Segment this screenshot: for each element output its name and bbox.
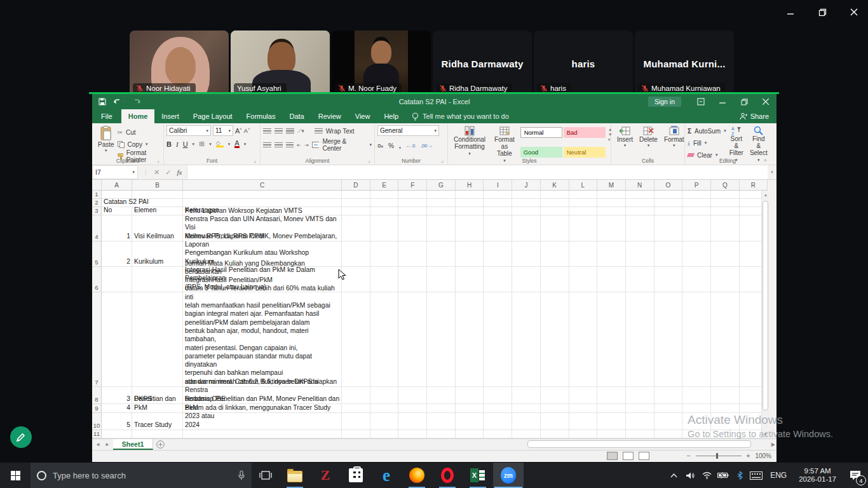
column-header-Q[interactable]: Q bbox=[711, 180, 740, 191]
fill-button[interactable]: ⤓Fill▾ bbox=[688, 137, 726, 149]
maximize-icon[interactable] bbox=[813, 4, 831, 20]
empty-cells-region-row-1[interactable] bbox=[342, 191, 769, 199]
participant-tile-ridha-darmawaty[interactable]: Ridha DarmawatyRidha Darmawaty bbox=[433, 30, 532, 97]
cell-A11[interactable] bbox=[102, 430, 132, 438]
cell-B6[interactable] bbox=[132, 267, 183, 292]
column-header-G[interactable]: G bbox=[427, 180, 456, 191]
taskbar-clock[interactable]: 9:57 AM 2026-01-17 bbox=[792, 467, 843, 484]
bluetooth-icon[interactable] bbox=[731, 463, 748, 488]
cell-style-bad[interactable]: Bad bbox=[564, 127, 606, 138]
font-family-select[interactable]: Calibri▾ bbox=[166, 125, 211, 136]
taskbar-app-zoom[interactable]: zm bbox=[493, 463, 524, 488]
sheet-row-11[interactable]: 11 bbox=[92, 430, 769, 438]
taskbar-search[interactable]: Type here to search bbox=[31, 463, 252, 488]
format-cells-button[interactable]: Format▾ bbox=[661, 125, 688, 149]
confirm-entry-icon[interactable]: ✓ bbox=[165, 168, 171, 177]
column-header-A[interactable]: A bbox=[102, 180, 132, 191]
align-right-icon[interactable] bbox=[286, 142, 294, 148]
zoom-in-icon[interactable]: + bbox=[747, 452, 750, 459]
cell-A7[interactable] bbox=[102, 292, 132, 387]
scroll-down-icon[interactable]: ▼ bbox=[762, 430, 770, 438]
cell-B4[interactable]: Visi Keilmuan bbox=[132, 215, 183, 241]
tab-data[interactable]: Data bbox=[282, 109, 311, 123]
empty-cells-region-row-8[interactable] bbox=[342, 387, 769, 404]
formula-bar-input[interactable] bbox=[187, 165, 768, 179]
row-header-7[interactable]: 7 bbox=[92, 292, 102, 387]
task-view-button[interactable] bbox=[252, 463, 280, 488]
cell-A6[interactable] bbox=[102, 267, 132, 292]
font-dialog-launcher-icon[interactable]: ⌟ bbox=[254, 158, 259, 163]
empty-cells-region-row-3[interactable] bbox=[342, 207, 769, 215]
expand-formula-bar-icon[interactable]: ▾ bbox=[768, 165, 776, 179]
decrease-font-icon[interactable]: A˅ bbox=[244, 127, 250, 134]
sheet-grid[interactable]: ABCDEFGHIJKLMNOPQR 12Catatan S2 PAI3NoEl… bbox=[92, 180, 769, 438]
ribbon-display-options-icon[interactable] bbox=[690, 94, 712, 109]
page-break-view-icon[interactable] bbox=[639, 452, 649, 460]
sign-in-button[interactable]: Sign in bbox=[648, 97, 681, 107]
increase-font-icon[interactable]: A˄ bbox=[235, 127, 242, 135]
cell-A10[interactable]: 5 bbox=[102, 413, 132, 430]
column-header-F[interactable]: F bbox=[398, 180, 427, 191]
cell-A9[interactable]: 4 bbox=[102, 404, 132, 413]
touch-keyboard-icon[interactable] bbox=[748, 463, 764, 488]
row-header-8[interactable]: 8 bbox=[92, 387, 102, 404]
borders-icon[interactable]: ⊞ bbox=[199, 140, 205, 148]
select-all-corner[interactable] bbox=[92, 180, 102, 191]
clipboard-dialog-launcher-icon[interactable]: ⌟ bbox=[157, 158, 162, 163]
column-header-C[interactable]: C bbox=[183, 180, 342, 191]
delete-cells-button[interactable]: Delete▾ bbox=[636, 125, 661, 149]
column-header-B[interactable]: B bbox=[132, 180, 183, 191]
number-format-select[interactable]: General▾ bbox=[377, 125, 439, 136]
copy-button[interactable]: Copy▾ bbox=[118, 139, 161, 150]
empty-cells-region-row-4[interactable] bbox=[342, 215, 769, 241]
cell-B9[interactable]: Penelitian dan PkM bbox=[132, 404, 183, 413]
increase-decimal-icon[interactable]: ←.0 bbox=[406, 143, 416, 149]
share-button[interactable]: Share bbox=[740, 112, 769, 120]
microphone-icon[interactable] bbox=[238, 470, 245, 480]
wrap-text-button[interactable]: Wrap Text bbox=[315, 125, 355, 137]
close-icon[interactable] bbox=[845, 4, 863, 20]
bold-button[interactable]: B bbox=[166, 140, 172, 148]
sheet-row-1[interactable]: 1 bbox=[92, 191, 769, 199]
percent-icon[interactable]: % bbox=[388, 142, 394, 149]
taskbar-app-excel[interactable]: X bbox=[463, 463, 493, 488]
wifi-icon[interactable] bbox=[698, 463, 715, 488]
tab-home[interactable]: Home bbox=[121, 109, 155, 123]
cell-B3[interactable]: Elemen bbox=[132, 207, 183, 215]
save-icon[interactable] bbox=[98, 98, 106, 105]
row-header-4[interactable]: 4 bbox=[92, 215, 102, 241]
alignment-dialog-launcher-icon[interactable]: ⌟ bbox=[368, 158, 373, 163]
merge-center-button[interactable]: Merge & Center▾ bbox=[312, 139, 372, 151]
number-dialog-launcher-icon[interactable]: ⌟ bbox=[441, 158, 446, 163]
cell-A4[interactable]: 1 bbox=[102, 215, 132, 241]
empty-cells-region-row-11[interactable] bbox=[342, 430, 769, 438]
cell-C10[interactable]: Belum ada di linkkan, menggunakan Tracer… bbox=[183, 413, 342, 430]
redo-icon[interactable] bbox=[132, 98, 142, 105]
taskbar-app-microsoft-store[interactable] bbox=[341, 463, 371, 488]
insert-function-icon[interactable]: fx bbox=[177, 168, 182, 176]
cell-style-good[interactable]: Good bbox=[520, 147, 562, 158]
collapse-ribbon-icon[interactable]: ˄ bbox=[764, 158, 769, 163]
row-header-9[interactable]: 9 bbox=[92, 404, 102, 413]
cell-C1[interactable] bbox=[183, 191, 342, 199]
align-center-icon[interactable] bbox=[275, 142, 283, 148]
cut-button[interactable]: ✂Cut bbox=[118, 126, 161, 138]
start-button[interactable] bbox=[0, 463, 31, 488]
participant-tile-muhamad-kurniawan[interactable]: Muhamad Kurni...Muhamad Kurniawan bbox=[635, 30, 734, 97]
row-header-10[interactable]: 10 bbox=[92, 413, 102, 430]
language-indicator[interactable]: ENG bbox=[764, 471, 792, 480]
page-layout-view-icon[interactable] bbox=[623, 452, 634, 460]
tab-insert[interactable]: Insert bbox=[154, 109, 186, 123]
participant-tile-haris[interactable]: harisharis bbox=[534, 30, 633, 97]
scroll-up-icon[interactable]: ▲ bbox=[762, 191, 770, 199]
cell-C11[interactable] bbox=[183, 430, 342, 438]
tell-me-box[interactable]: Tell me what you want to do bbox=[412, 112, 509, 121]
decrease-indent-icon[interactable]: ⇤ bbox=[297, 142, 301, 148]
empty-cells-region-row-9[interactable] bbox=[342, 404, 769, 413]
taskbar-app-firefox[interactable] bbox=[402, 463, 432, 488]
taskbar-app-edge[interactable]: e bbox=[371, 463, 402, 488]
cell-A8[interactable]: 3 bbox=[102, 387, 132, 404]
sheet-row-7[interactable]: 7Jumlah Mata Kuliah yang Dikembangkan be… bbox=[92, 292, 769, 387]
taskbar-app-file-explorer[interactable] bbox=[280, 463, 310, 488]
horizontal-scroll-thumb[interactable] bbox=[527, 440, 751, 448]
